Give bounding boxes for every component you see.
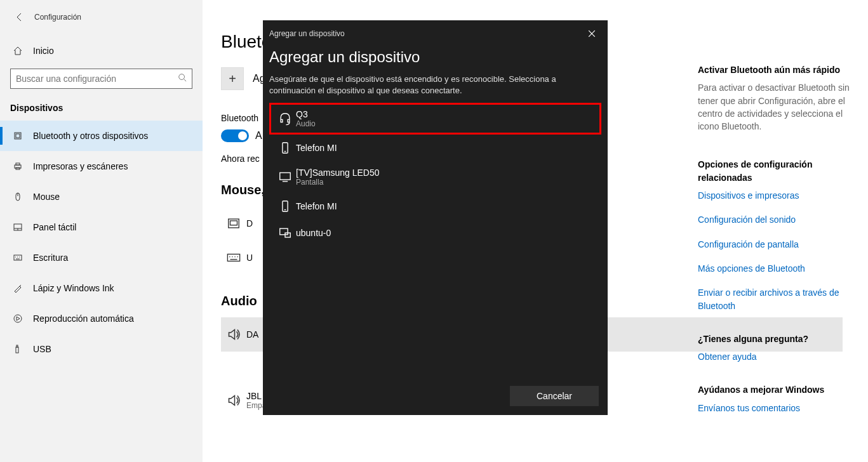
- phone-icon: [274, 141, 296, 155]
- device-option-q3[interactable]: Q3 Audio: [269, 103, 601, 135]
- svg-rect-36: [280, 173, 291, 180]
- add-device-modal: Agregar un dispositivo Agregar un dispos…: [263, 20, 608, 415]
- modal-close-button[interactable]: [582, 24, 601, 43]
- device-type: Audio: [296, 119, 316, 128]
- headset-icon: [274, 112, 296, 126]
- device-name: Telefon MI: [296, 143, 337, 153]
- device-type: Pantalla: [296, 178, 380, 187]
- monitor-icon: [274, 170, 296, 184]
- modal-overlay: Agregar un dispositivo Agregar un dispos…: [0, 0, 868, 462]
- device-name: [TV]Samsung LED50: [296, 168, 380, 178]
- device-option-computer[interactable]: ubuntu-0: [269, 220, 601, 246]
- modal-window-title: Agregar un dispositivo: [269, 29, 345, 38]
- device-option-tv[interactable]: [TV]Samsung LED50 Pantalla: [269, 161, 601, 193]
- device-name: ubuntu-0: [296, 228, 331, 238]
- phone-icon: [274, 199, 296, 213]
- device-name: Q3: [296, 109, 316, 119]
- device-option-phone[interactable]: Telefon MI: [269, 135, 601, 161]
- device-name: Telefon MI: [296, 201, 337, 211]
- svg-rect-40: [280, 229, 288, 235]
- modal-description: Asegúrate de que el dispositivo está enc…: [269, 74, 601, 96]
- device-option-phone-2[interactable]: Telefon MI: [269, 193, 601, 220]
- cancel-button[interactable]: Cancelar: [510, 386, 599, 406]
- computer-icon: [274, 226, 296, 240]
- modal-title: Agregar un dispositivo: [269, 48, 601, 66]
